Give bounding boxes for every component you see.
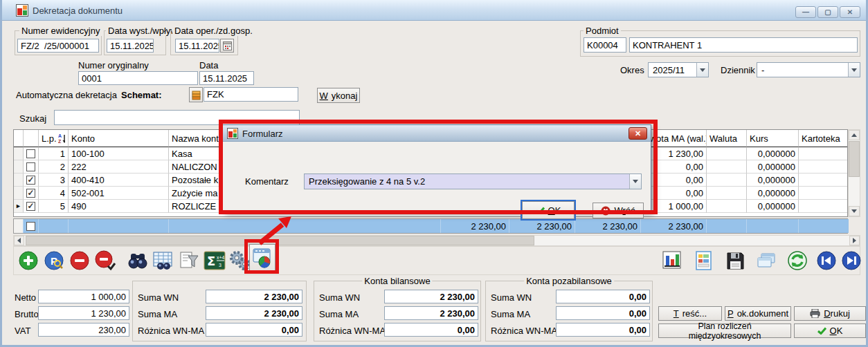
horizontal-scroll-thumb[interactable] — [26, 236, 534, 245]
bar-chart-icon — [662, 250, 682, 271]
row-checkbox[interactable]: ✓ — [26, 176, 35, 185]
close-button[interactable]: ✕ — [840, 6, 860, 18]
save-button[interactable] — [723, 249, 747, 272]
delete-button[interactable] — [68, 249, 91, 272]
scroll-down-button[interactable] — [849, 206, 860, 216]
pok-dokument-button[interactable]: Pok.dokument — [725, 306, 791, 321]
dialog-title-bar[interactable]: Formularz ✕ — [223, 125, 651, 142]
vat-field[interactable]: 230,00 — [38, 323, 129, 337]
binoculars-icon — [127, 251, 149, 270]
row-pointer: ► — [15, 203, 21, 209]
gears-icon — [228, 250, 252, 272]
sum-row-checkbox[interactable] — [26, 222, 35, 231]
filter-document-icon — [179, 250, 199, 271]
tresc-button[interactable]: Treść... — [658, 306, 722, 321]
vat-label: VAT — [15, 326, 30, 336]
plan-rozliczen-button[interactable]: Plan rozliczeń międzyokresowych — [658, 323, 791, 338]
wykonaj-button[interactable]: Wykonaj — [317, 88, 360, 103]
data-oper-field[interactable]: 15.11.2025 — [175, 39, 219, 53]
row-checkbox[interactable]: ✓ — [26, 189, 35, 198]
arrow-right-icon — [853, 238, 856, 243]
bilansowe-suma-wn-label: Suma WN — [319, 292, 360, 303]
maximize-button[interactable]: ▢ — [817, 6, 838, 18]
numer-oryginalny-field[interactable]: 0001 — [78, 71, 198, 85]
scroll-up-button[interactable] — [849, 130, 860, 140]
schemat-lookup-button[interactable] — [189, 87, 203, 102]
delete-checked-button[interactable] — [93, 249, 117, 272]
roznica-wn-ma-field: 0,00 — [206, 323, 302, 337]
check-icon — [817, 327, 826, 335]
cancel-icon — [601, 206, 611, 216]
row-checkbox[interactable] — [26, 162, 35, 171]
data-field[interactable]: 15.11.2025 — [199, 71, 254, 85]
sum-value: 2 230,00 — [509, 219, 575, 233]
report-button[interactable] — [692, 249, 716, 272]
szukaj-label: Szukaj — [19, 113, 46, 124]
schemat-label: Schemat: — [121, 90, 162, 100]
column-header-kartoteka[interactable]: Kartoteka — [799, 130, 848, 147]
add-button[interactable] — [17, 249, 40, 272]
copy-button[interactable] — [754, 249, 778, 272]
row-checkbox[interactable] — [26, 149, 35, 158]
last-record-button[interactable] — [840, 249, 862, 272]
table-horizontal-scrollbar[interactable] — [13, 235, 860, 246]
window-pie-chart-icon — [252, 247, 273, 268]
dziennik-dropdown-button[interactable] — [848, 63, 860, 77]
schemat-field[interactable]: FZK — [204, 87, 298, 102]
scroll-left-button[interactable] — [14, 236, 24, 245]
komentarz-dropdown-button[interactable] — [629, 174, 641, 189]
app-logo-icon — [227, 128, 238, 139]
data-label: Data — [199, 60, 218, 71]
column-header-kurs[interactable]: Kurs — [747, 130, 799, 147]
okres-value: 2025/11 — [649, 65, 696, 75]
row-checkbox[interactable]: ✓ — [26, 202, 35, 211]
svg-text:A: A — [58, 133, 62, 138]
comment-form-button[interactable] — [249, 244, 275, 272]
data-wyst-group: Data wyst./wpływu 15.11.2025 — [104, 30, 166, 55]
column-header-konto[interactable]: Konto — [69, 130, 169, 147]
okres-label: Okres — [620, 65, 644, 75]
dziennik-combobox[interactable]: - — [757, 62, 860, 77]
table-sum-row[interactable]: 2 230,00 2 230,00 2 230,00 2 230,00 — [13, 218, 848, 234]
vertical-scroll-thumb[interactable] — [849, 141, 860, 177]
szukaj-input[interactable] — [54, 110, 300, 125]
arrow-down-icon — [851, 209, 857, 213]
svg-text:3: 3 — [219, 263, 221, 268]
save-floppy-icon — [725, 251, 745, 270]
netto-field[interactable]: 1 000,00 — [38, 290, 129, 303]
drukuj-button[interactable]: Drukuj — [794, 306, 866, 321]
dialog-wroc-button[interactable]: Wróć — [593, 203, 644, 218]
dialog-close-button[interactable]: ✕ — [629, 127, 647, 140]
preview-button[interactable]: P — [42, 249, 66, 272]
data-wyst-field[interactable]: 15.11.2025 — [107, 39, 154, 53]
calendar-button[interactable] — [220, 39, 234, 53]
sum-button[interactable]: Σ x+4 3 — [203, 249, 226, 272]
printer-icon — [810, 309, 820, 318]
column-header-waluta[interactable]: Waluta — [707, 130, 747, 147]
podmiot-code-field[interactable]: K00004 — [584, 37, 626, 53]
filter-button[interactable] — [177, 249, 201, 272]
minimize-icon: — — [802, 9, 809, 16]
footer-ok-button[interactable]: OK — [794, 323, 866, 338]
numer-ewidencyjny-field[interactable]: FZ/2 /25/000001 — [17, 39, 99, 53]
chevron-down-icon — [700, 68, 705, 72]
scroll-right-button[interactable] — [849, 236, 860, 245]
search-binoculars-button[interactable] — [126, 249, 150, 272]
column-header-lp[interactable]: L.p. A Z — [39, 130, 69, 147]
close-icon: ✕ — [635, 129, 641, 138]
suma-ma-field: 2 230,00 — [206, 306, 302, 320]
podmiot-name-field[interactable]: KONTRAHENT 1 — [629, 37, 858, 53]
minimize-button[interactable]: — — [795, 6, 816, 18]
first-record-button[interactable] — [815, 249, 838, 272]
okres-dropdown-button[interactable] — [696, 63, 708, 77]
okres-combobox[interactable]: 2025/11 — [648, 62, 709, 77]
komentarz-label: Komentarz — [245, 176, 289, 187]
dialog-ok-button[interactable]: OK — [522, 201, 575, 219]
komentarz-combobox[interactable]: Przeksięgowanie z 4 na 5 v.2 — [304, 174, 642, 189]
brutto-field[interactable]: 1 230,00 — [38, 306, 129, 320]
settings-button[interactable] — [228, 249, 252, 272]
table-vertical-scrollbar[interactable] — [848, 129, 860, 217]
refresh-button[interactable] — [786, 249, 809, 272]
chart-button[interactable] — [660, 249, 684, 272]
table-search-button[interactable] — [152, 249, 175, 272]
